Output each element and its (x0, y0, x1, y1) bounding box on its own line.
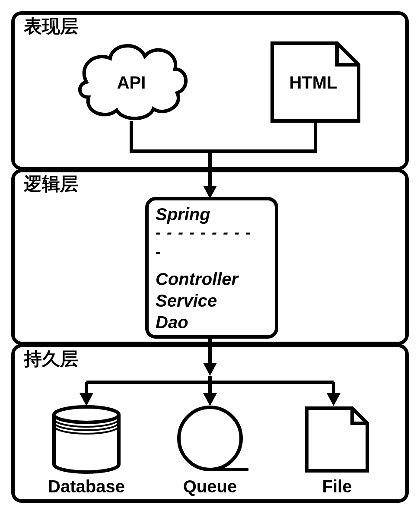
arrowhead-center (203, 393, 217, 406)
spring-divider-2: - (156, 243, 161, 260)
svg-point-0 (54, 407, 119, 422)
html-document: HTML (272, 43, 359, 121)
logic-title: 逻辑层 (24, 174, 78, 194)
presentation-layer-box (13, 13, 407, 168)
api-cloud: API (80, 46, 186, 118)
arrowhead-2 (203, 363, 217, 376)
file-label: File (322, 477, 352, 496)
controller-label: Controller (156, 270, 239, 289)
architecture-diagram: 表现层 API HTML 逻辑层 Spring - - - - - - - - … (9, 9, 411, 505)
api-label: API (117, 73, 146, 92)
api-connector (131, 121, 210, 151)
arrowhead-1 (203, 186, 217, 199)
spring-label: Spring (156, 205, 210, 224)
file-icon (307, 408, 367, 471)
queue-icon (179, 407, 248, 470)
arrowhead-left (80, 393, 93, 406)
queue-label: Queue (183, 477, 237, 496)
html-label: HTML (289, 73, 337, 92)
svg-point-1 (179, 407, 241, 470)
database-label: Database (48, 477, 125, 496)
dao-label: Dao (156, 313, 188, 332)
html-connector (210, 121, 315, 151)
presentation-title: 表现层 (23, 16, 78, 36)
arrowhead-right (327, 393, 340, 406)
service-label: Service (156, 291, 217, 310)
database-icon (54, 407, 119, 472)
persistence-title: 持久层 (23, 349, 78, 369)
spring-divider: - - - - - - - - - (156, 223, 251, 241)
